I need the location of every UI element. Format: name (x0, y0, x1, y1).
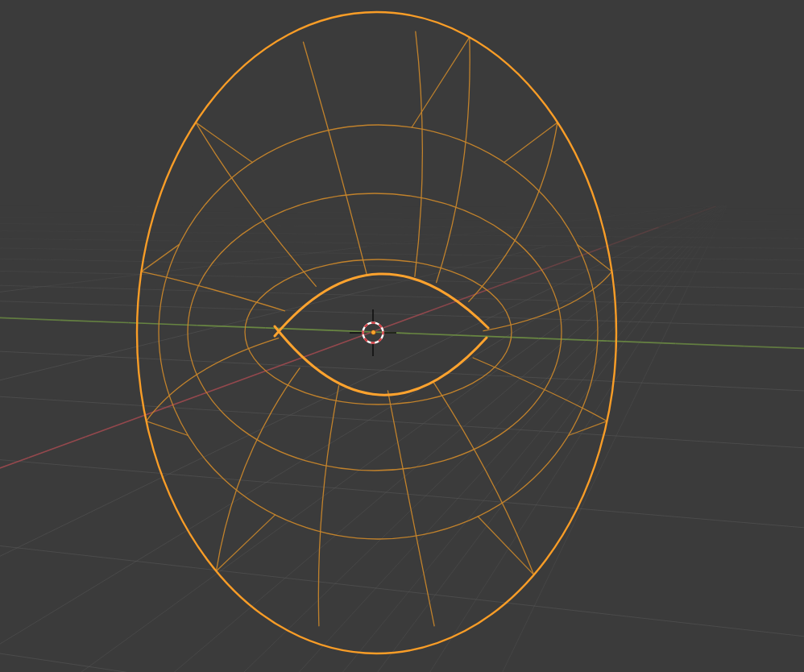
viewport-canvas[interactable] (0, 0, 804, 672)
grid-line (611, 221, 716, 222)
grid-line (297, 218, 402, 219)
grid-line (89, 218, 193, 218)
grid-line (402, 219, 507, 220)
grid-line (193, 218, 298, 219)
blender-3d-viewport[interactable] (0, 0, 804, 672)
object-origin-dot (371, 330, 376, 335)
grid-line (0, 217, 89, 218)
viewport-background (0, 0, 804, 672)
grid-line (715, 221, 804, 222)
grid-line (507, 220, 611, 221)
